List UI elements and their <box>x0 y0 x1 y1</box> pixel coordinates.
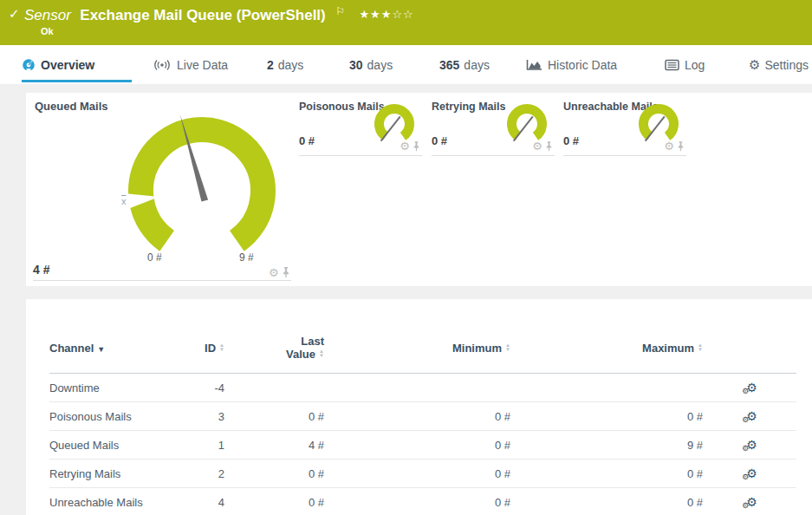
gauge-settings-icon[interactable]: ⚙ <box>400 140 410 153</box>
radial-gauge <box>115 104 289 277</box>
average-marker: x <box>121 196 127 206</box>
pin-icon[interactable] <box>412 141 420 152</box>
gauge-settings-icon[interactable]: ⚙ <box>664 140 674 153</box>
gauge-min-label: 0 # <box>147 251 162 264</box>
tab-settings[interactable]: ⚙ Settings <box>749 45 809 84</box>
pin-icon[interactable] <box>677 141 685 152</box>
column-header-id[interactable]: ID▲▼ <box>179 328 231 374</box>
tab-value: 30 <box>349 58 363 72</box>
gauge-last-value: 4 # <box>33 263 49 277</box>
channel-minimum <box>331 374 517 402</box>
column-header-last-value[interactable]: LastValue▲▼ <box>231 328 331 374</box>
sort-icon: ▲▼ <box>219 343 224 352</box>
channel-settings-icon[interactable]: ⚙⚙ <box>742 411 757 424</box>
channel-table-panel: Channel▼ ID▲▼ LastValue▲▼ Minimum▲▼ Maxi… <box>26 299 812 515</box>
tab-label: days <box>464 58 490 72</box>
table-row: Downtime -4 ⚙⚙ <box>49 374 796 402</box>
gauge-title: Queued Mails <box>35 100 108 113</box>
sort-icon: ▲▼ <box>505 343 510 352</box>
gauge-last-value: 0 # <box>563 134 579 147</box>
pin-icon[interactable] <box>282 267 290 278</box>
channel-last-value <box>231 374 331 402</box>
gauge-unreachable-mails: Unreachable Mails 0 # ⚙ <box>563 93 686 156</box>
pin-icon[interactable] <box>545 141 553 152</box>
stars-empty-icon[interactable]: ☆☆ <box>392 8 413 21</box>
channel-settings-icon[interactable]: ⚙⚙ <box>742 440 757 453</box>
tab-value: 365 <box>439 58 459 72</box>
channel-id: -4 <box>179 374 231 402</box>
table-row: Retrying Mails 2 0 # 0 # 0 # ⚙⚙ <box>49 460 796 488</box>
channel-id: 3 <box>179 402 231 431</box>
channel-settings-icon[interactable]: ⚙⚙ <box>742 382 757 395</box>
channel-name[interactable]: Poisonous Mails <box>49 402 179 431</box>
tab-label: days <box>367 58 393 72</box>
sort-desc-icon: ▼ <box>97 345 105 354</box>
tab-overview[interactable]: Overview <box>22 45 132 84</box>
column-header-minimum[interactable]: Minimum▲▼ <box>331 328 517 374</box>
tab-label: Live Data <box>177 58 228 72</box>
area-chart-icon <box>526 58 542 71</box>
channel-id: 2 <box>179 460 231 488</box>
gauge-settings-icon[interactable]: ⚙ <box>532 140 542 153</box>
object-kind-label: Sensor <box>24 7 71 23</box>
channel-maximum: 0 # <box>517 488 710 515</box>
channel-minimum: 0 # <box>331 431 517 460</box>
flag-icon[interactable]: ⚐ <box>335 5 345 17</box>
sensor-header: ✓ Sensor Exchange Mail Queue (PowerShell… <box>0 0 812 45</box>
channel-name[interactable]: Queued Mails <box>49 431 179 460</box>
table-row: Poisonous Mails 3 0 # 0 # 0 # ⚙⚙ <box>49 402 796 431</box>
stars-filled-icon[interactable]: ★★★ <box>359 8 392 21</box>
divider <box>33 280 291 281</box>
gauges-panel: Queued Mails x 0 # 9 # 4 # ⚙ <box>26 93 812 286</box>
channel-table: Channel▼ ID▲▼ LastValue▲▼ Minimum▲▼ Maxi… <box>49 328 796 515</box>
tab-30-days[interactable]: 30 days <box>349 45 393 84</box>
channel-maximum: 0 # <box>517 460 710 488</box>
column-header-channel[interactable]: Channel▼ <box>49 328 179 374</box>
gauge-title: Retrying Mails <box>432 101 505 113</box>
channel-minimum: 0 # <box>331 402 517 431</box>
prtg-sensor-page: ✓ Sensor Exchange Mail Queue (PowerShell… <box>0 0 812 515</box>
channel-maximum <box>517 374 710 402</box>
channel-last-value: 4 # <box>231 431 331 460</box>
status-check-icon: ✓ <box>9 6 20 22</box>
tab-2-days[interactable]: 2 days <box>267 45 303 84</box>
gauge-max-label: 9 # <box>239 251 254 264</box>
gear-icon: ⚙ <box>749 57 760 73</box>
tab-log[interactable]: Log <box>665 45 705 84</box>
sort-icon: ▲▼ <box>698 343 703 352</box>
channel-name[interactable]: Unreachable Mails <box>49 488 179 515</box>
gauge-retrying-mails: Retrying Mails 0 # ⚙ <box>432 93 555 156</box>
table-row: Unreachable Mails 4 0 # 0 # 0 # ⚙⚙ <box>49 488 796 515</box>
channel-maximum: 0 # <box>517 402 710 431</box>
status-badge: Ok <box>41 26 54 36</box>
channel-last-value: 0 # <box>231 460 331 488</box>
sort-icon: ▲▼ <box>319 349 324 358</box>
tab-historic-data[interactable]: Historic Data <box>526 45 617 84</box>
tab-live-data[interactable]: Live Data <box>153 45 228 84</box>
channel-maximum: 9 # <box>517 431 710 460</box>
tab-365-days[interactable]: 365 days <box>439 45 490 84</box>
channel-id: 4 <box>179 488 231 515</box>
channel-minimum: 0 # <box>331 460 517 488</box>
tab-label: Historic Data <box>548 58 617 72</box>
table-row: Queued Mails 1 4 # 0 # 9 # ⚙⚙ <box>49 431 796 460</box>
tab-bar: Overview Live Data 2 days 30 days 365 da… <box>0 45 812 84</box>
tab-value: 2 <box>267 58 274 72</box>
tab-label: Log <box>685 58 705 72</box>
column-header-actions <box>710 328 796 374</box>
channel-name[interactable]: Retrying Mails <box>49 460 179 488</box>
channel-settings-icon[interactable]: ⚙⚙ <box>742 497 757 510</box>
tab-label: Settings <box>764 58 809 72</box>
priority-stars[interactable]: ★★★☆☆ <box>359 8 413 21</box>
channel-last-value: 0 # <box>231 402 331 431</box>
broadcast-icon <box>153 59 172 71</box>
tab-label: days <box>278 58 304 72</box>
channel-last-value: 0 # <box>231 488 331 515</box>
channel-id: 1 <box>179 431 231 460</box>
channel-name[interactable]: Downtime <box>49 374 179 402</box>
overview-content: Queued Mails x 0 # 9 # 4 # ⚙ <box>0 84 812 515</box>
gauge-settings-icon[interactable]: ⚙ <box>269 266 279 279</box>
column-header-maximum[interactable]: Maximum▲▼ <box>517 328 710 374</box>
channel-settings-icon[interactable]: ⚙⚙ <box>742 468 757 481</box>
gauge-poisonous-mails: Poisonous Mails 0 # ⚙ <box>299 93 422 156</box>
